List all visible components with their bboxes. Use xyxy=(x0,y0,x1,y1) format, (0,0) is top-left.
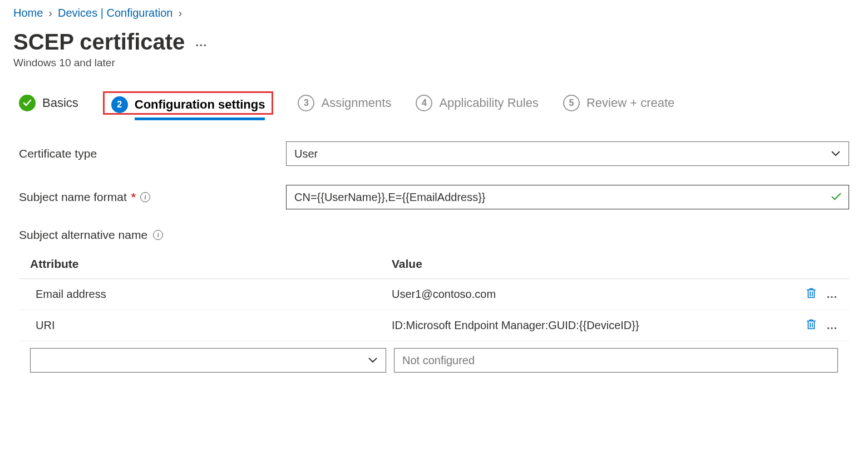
chevron-down-icon xyxy=(831,148,841,160)
san-label-text: Subject alternative name xyxy=(19,228,147,242)
cert-type-value: User xyxy=(294,148,318,160)
san-row-val: User1@contoso.com xyxy=(392,288,788,301)
san-row-val: ID:Microsoft Endpoint Manager:GUID:{{Dev… xyxy=(392,319,788,332)
check-icon xyxy=(19,95,36,111)
wizard-step-label: Configuration settings xyxy=(135,97,265,120)
page-subtitle: Windows 10 and later xyxy=(13,57,855,69)
highlight-current-step: 2 Configuration settings xyxy=(103,91,274,115)
san-header-value: Value xyxy=(392,257,422,271)
delete-button[interactable] xyxy=(805,318,817,333)
wizard-step-label: Assignments xyxy=(321,96,391,110)
row-cert-type: Certificate type User xyxy=(19,141,849,166)
wizard-step-label: Basics xyxy=(42,96,78,110)
chevron-down-icon xyxy=(368,355,378,366)
wizard-step-basics[interactable]: Basics xyxy=(19,95,78,111)
san-row-actions: … xyxy=(788,318,838,333)
step-number-icon: 3 xyxy=(298,95,314,111)
san-section-label: Subject alternative name i xyxy=(19,228,849,242)
snf-label: Subject name format * i xyxy=(19,190,286,204)
page-title-row: SCEP certificate … xyxy=(13,30,855,55)
chevron-right-icon: › xyxy=(48,7,52,19)
san-row: URI ID:Microsoft Endpoint Manager:GUID:{… xyxy=(19,310,849,341)
san-add-attr-select[interactable] xyxy=(30,348,386,373)
wizard-step-label: Applicability Rules xyxy=(439,96,539,110)
valid-check-icon xyxy=(831,190,842,204)
wizard-step-label: Review + create xyxy=(586,96,674,110)
row-more-button[interactable]: … xyxy=(826,288,838,301)
delete-button[interactable] xyxy=(805,287,817,302)
info-icon[interactable]: i xyxy=(140,192,150,202)
san-table-header: Attribute Value xyxy=(19,252,849,279)
row-more-button[interactable]: … xyxy=(826,319,838,332)
info-icon[interactable]: i xyxy=(153,230,163,240)
san-row-attr: URI xyxy=(30,319,392,332)
row-subject-name-format: Subject name format * i CN={{UserName}},… xyxy=(19,185,849,209)
cert-type-select[interactable]: User xyxy=(286,141,849,166)
wizard-step-assignments[interactable]: 3 Assignments xyxy=(298,95,391,111)
page-title: SCEP certificate xyxy=(13,30,185,55)
breadcrumb-home[interactable]: Home xyxy=(13,7,43,19)
breadcrumb-devices[interactable]: Devices | Configuration xyxy=(58,7,172,19)
san-add-value-placeholder: Not configured xyxy=(402,354,475,367)
more-actions-button[interactable]: … xyxy=(195,35,208,50)
snf-label-text: Subject name format xyxy=(19,190,127,204)
san-row: Email address User1@contoso.com … xyxy=(19,279,849,310)
san-table: Attribute Value Email address User1@cont… xyxy=(19,252,849,374)
step-number-icon: 5 xyxy=(563,95,580,111)
snf-value: CN={{UserName}},E={{EmailAddress}} xyxy=(294,191,486,204)
step-number-icon: 2 xyxy=(111,96,128,113)
san-header-attribute: Attribute xyxy=(30,257,392,271)
wizard-steps: Basics 2 Configuration settings 3 Assign… xyxy=(13,91,855,115)
wizard-step-config[interactable]: 2 Configuration settings xyxy=(111,96,265,113)
san-row-attr: Email address xyxy=(30,288,392,301)
required-asterisk: * xyxy=(131,190,136,204)
san-add-row: Not configured xyxy=(19,341,849,374)
cert-type-label: Certificate type xyxy=(19,147,286,160)
wizard-step-applicability[interactable]: 4 Applicability Rules xyxy=(416,95,539,111)
san-add-value-input[interactable]: Not configured xyxy=(394,348,838,373)
config-form: Certificate type User Subject name forma… xyxy=(13,130,855,377)
snf-input[interactable]: CN={{UserName}},E={{EmailAddress}} xyxy=(286,185,849,209)
wizard-step-review[interactable]: 5 Review + create xyxy=(563,95,674,111)
breadcrumb: Home › Devices | Configuration › xyxy=(13,7,855,19)
step-number-icon: 4 xyxy=(416,95,432,111)
san-row-actions: … xyxy=(788,287,838,302)
chevron-right-icon: › xyxy=(178,7,182,19)
